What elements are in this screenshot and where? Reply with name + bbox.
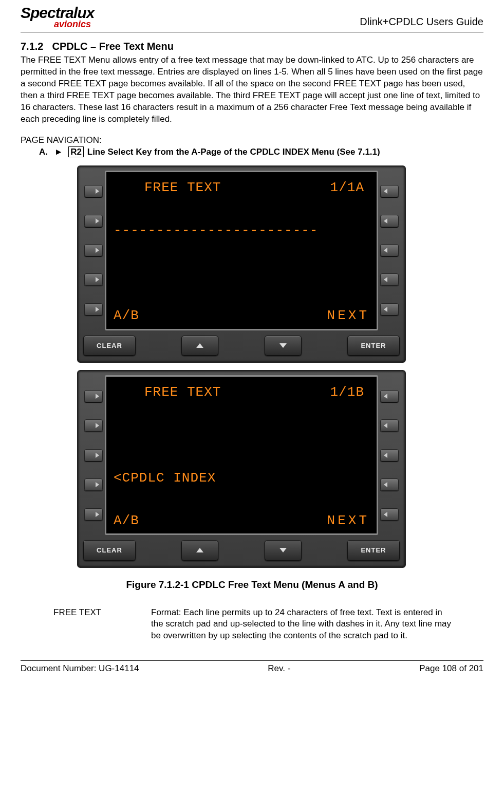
lsk-left-column-b <box>82 375 105 535</box>
clear-button-b[interactable]: CLEAR <box>83 540 136 561</box>
cdu-a-dashes: ------------------------ <box>114 220 369 242</box>
nav-rest: Line Select Key from the A-Page of the C… <box>87 147 380 157</box>
cdu-b-container: FREE TEXT 1/1B <CPDLC INDEX A/B NEXT <box>77 370 406 568</box>
cdu-a-container: FREE TEXT 1/1A ------------------------ … <box>77 165 406 363</box>
definition-row: FREE TEXT Format: Each line permits up t… <box>53 607 453 642</box>
lsk-l5-b[interactable] <box>84 508 103 521</box>
lsk-l1-b[interactable] <box>84 390 103 402</box>
logo-main: Spectralux <box>21 5 94 21</box>
lsk-r1[interactable] <box>380 185 399 197</box>
scroll-up-button[interactable] <box>181 336 218 356</box>
lsk-r4[interactable] <box>380 273 399 286</box>
lsk-r4-b[interactable] <box>380 478 399 491</box>
lsk-r3-b[interactable] <box>380 449 399 462</box>
lsk-l4-b[interactable] <box>84 478 103 491</box>
lsk-l4[interactable] <box>84 273 103 286</box>
logo-sub: avionics <box>54 20 94 29</box>
logo: Spectralux avionics <box>21 5 94 29</box>
lsk-l2[interactable] <box>84 215 103 227</box>
enter-button[interactable]: ENTER <box>347 336 400 356</box>
scroll-down-button[interactable] <box>265 336 302 356</box>
cdu-b-ab: A/B <box>114 510 139 532</box>
scroll-up-button-b[interactable] <box>181 540 218 561</box>
lsk-l5[interactable] <box>84 303 103 316</box>
definition-description: Format: Each line permits up to 24 chara… <box>151 607 453 642</box>
cdu-a-bottom-bar: CLEAR ENTER <box>82 336 401 356</box>
section-heading: 7.1.2 CPDLC – Free Text Menu <box>21 40 483 53</box>
cdu-a-page: 1/1A <box>330 177 364 199</box>
lsk-r2-b[interactable] <box>380 419 399 432</box>
section-title: CPDLC – Free Text Menu <box>52 41 174 52</box>
cdu-a-next: NEXT <box>327 305 369 327</box>
lsk-l2-b[interactable] <box>84 419 103 432</box>
section-number: 7.1.2 <box>21 40 49 53</box>
triangle-up-icon <box>196 548 203 552</box>
page-navigation-item: A. ► R2 Line Select Key from the A-Page … <box>39 146 483 158</box>
cdu-b-cpdlc: <CPDLC INDEX <box>114 468 369 489</box>
triangle-down-icon <box>279 548 287 552</box>
doc-title: Dlink+CPDLC Users Guide <box>360 15 483 29</box>
definition-term: FREE TEXT <box>53 607 151 642</box>
scroll-down-button-b[interactable] <box>265 540 302 561</box>
clear-button[interactable]: CLEAR <box>83 336 136 356</box>
footer-doc-number: Document Number: UG-14114 <box>21 663 139 675</box>
footer-page: Page 108 of 201 <box>419 663 483 675</box>
footer-revision: Rev. - <box>268 663 290 675</box>
lsk-r2[interactable] <box>380 215 399 227</box>
lsk-l1[interactable] <box>84 185 103 197</box>
lsk-l3-b[interactable] <box>84 449 103 462</box>
triangle-up-icon <box>196 343 203 348</box>
cdu-b-title: FREE TEXT <box>144 382 221 403</box>
triangle-down-icon <box>279 343 287 348</box>
enter-button-b[interactable]: ENTER <box>347 540 400 561</box>
lsk-r1-b[interactable] <box>380 390 399 402</box>
page-header: Spectralux avionics Dlink+CPDLC Users Gu… <box>21 5 483 32</box>
cdu-b-screen: FREE TEXT 1/1B <CPDLC INDEX A/B NEXT <box>105 375 378 535</box>
cdu-b-bottom-bar: CLEAR ENTER <box>82 540 401 561</box>
nav-key-box: R2 <box>68 146 84 157</box>
section-body: The FREE TEXT Menu allows entry of a fre… <box>21 54 483 125</box>
page-footer: Document Number: UG-14114 Rev. - Page 10… <box>21 660 483 675</box>
lsk-l3[interactable] <box>84 244 103 256</box>
cdu-b: FREE TEXT 1/1B <CPDLC INDEX A/B NEXT <box>77 370 406 568</box>
lsk-right-column-b <box>378 375 401 535</box>
lsk-r5-b[interactable] <box>380 508 399 521</box>
lsk-right-column <box>378 171 401 330</box>
cdu-a-ab: A/B <box>114 305 139 327</box>
cdu-b-next: NEXT <box>327 510 369 532</box>
cdu-b-page: 1/1B <box>330 382 364 403</box>
cdu-a-title: FREE TEXT <box>144 177 221 199</box>
lsk-left-column <box>82 171 105 330</box>
cdu-a: FREE TEXT 1/1A ------------------------ … <box>77 165 406 363</box>
lsk-r5[interactable] <box>380 303 399 316</box>
nav-letter: A. <box>39 147 48 157</box>
cdu-a-screen: FREE TEXT 1/1A ------------------------ … <box>105 171 378 330</box>
lsk-r3[interactable] <box>380 244 399 256</box>
figure-caption: Figure 7.1.2-1 CPDLC Free Text Menu (Men… <box>21 578 483 592</box>
page-navigation-label: PAGE NAVIGATION: <box>21 135 483 146</box>
nav-arrow-icon: ► <box>54 147 63 157</box>
